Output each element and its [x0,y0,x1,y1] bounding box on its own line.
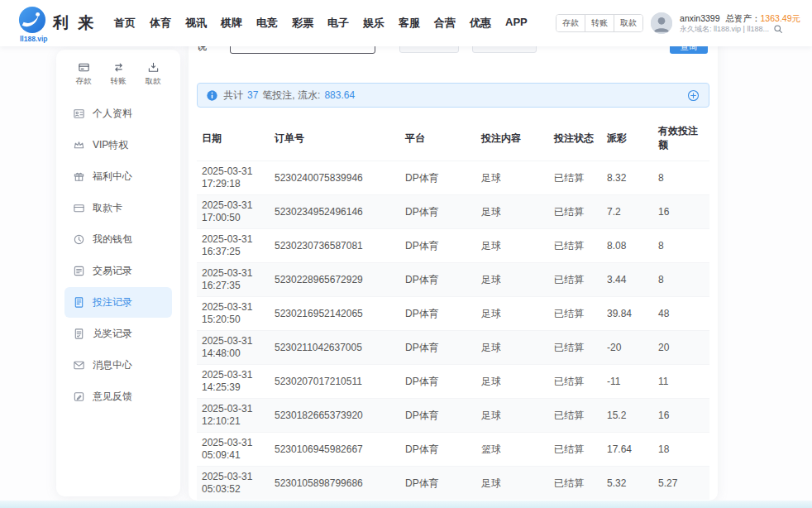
transactions-icon [73,265,85,277]
table-row: 2025-03-3115:20:505230216952142065DP体育足球… [197,297,709,331]
row-time: 05:09:41 [202,449,265,462]
nav-item-9[interactable]: 客服 [399,16,420,31]
table-row: 2025-03-3116:37:255230230736587081DP体育足球… [197,229,709,263]
shortcut-transfer[interactable]: 转账 [111,61,127,87]
sidebar-item-10[interactable]: 意见反馈 [64,381,172,412]
cell-status: 已结算 [549,263,602,297]
cell-order: 5230105898799686 [270,467,400,501]
cell-content: 足球 [476,195,549,229]
sidebar-item-label: 意见反馈 [93,390,132,404]
assets-label: 总资产： [726,13,761,23]
logo[interactable]: 利 来 ll188.vip [18,3,103,43]
cell-date: 2025-03-3117:29:18 [197,161,270,195]
message-icon [73,359,85,371]
quick-action-3[interactable]: 取款 [614,15,642,31]
nav-item-4[interactable]: 棋牌 [221,16,242,31]
quick-action-2[interactable]: 转账 [585,15,614,31]
nav-item-7[interactable]: 电子 [327,16,349,31]
cell-status: 已结算 [549,195,602,229]
sidebar-item-label: 兑奖记录 [93,327,132,341]
summary-middle: 笔投注, 流水: [262,89,320,103]
nav-item-5[interactable]: 电竞 [256,16,278,31]
table-row: 2025-03-3105:03:525230105898799686DP体育足球… [197,467,709,501]
sidebar-item-label: 福利中心 [93,170,132,184]
header-right: 存款转账取款 anxin3399 总资产：1363.49元 永久域名: ll18… [556,12,800,34]
cell-valid-bet: 18 [653,433,709,467]
row-date: 2025-03-31 [202,301,265,314]
row-date: 2025-03-31 [202,403,265,415]
circle-plus-icon[interactable] [687,89,700,102]
cell-content: 篮球 [476,433,549,467]
user-line-2: 永久域名: ll188.vip | ll188... [680,24,800,34]
sidebar-item-9[interactable]: 消息中心 [64,350,172,381]
row-date: 2025-03-31 [202,471,265,483]
assets: 总资产：1363.49元 [726,12,800,24]
cell-valid-bet: 8 [653,263,709,297]
search-icon[interactable] [773,24,783,34]
cell-date: 2025-03-3114:25:39 [197,365,270,399]
sidebar-item-label: VIP特权 [93,138,128,152]
cell-date: 2025-03-3117:00:50 [197,195,270,229]
assets-value: 1363.49元 [761,13,800,23]
profile-icon [73,108,85,120]
sidebar-item-7[interactable]: 投注记录 [64,287,172,318]
row-time: 14:48:00 [202,347,265,360]
column-header-3: 平台 [400,116,476,161]
cell-content: 足球 [476,161,549,195]
cell-valid-bet: 16 [653,195,709,229]
deposit-icon [78,61,90,74]
cell-platform: DP体育 [400,365,476,399]
nav-item-2[interactable]: 体育 [150,16,171,31]
cell-platform: DP体育 [400,331,476,365]
cell-valid-bet: 11 [653,365,709,399]
avatar[interactable] [651,12,672,34]
nav-item-6[interactable]: 彩票 [292,16,313,31]
sidebar-item-8[interactable]: 兑奖记录 [64,319,172,349]
sidebar-item-5[interactable]: 我的钱包 [64,224,172,255]
permanent-domain: 永久域名: ll188.vip | ll188... [680,24,769,34]
cell-platform: DP体育 [400,297,476,331]
row-time: 15:20:50 [202,314,265,326]
logo-title: 利 来 [53,12,96,34]
main-nav: 首页体育视讯棋牌电竞彩票电子娱乐客服合营优惠APP [114,16,528,31]
cell-date: 2025-03-3105:09:41 [197,433,270,467]
top-header: 利 来 ll188.vip 首页体育视讯棋牌电竞彩票电子娱乐客服合营优惠APP … [0,0,812,46]
row-date: 2025-03-31 [202,369,265,381]
row-date: 2025-03-31 [202,267,265,280]
cell-status: 已结算 [549,467,602,501]
nav-item-11[interactable]: 优惠 [470,16,491,31]
cell-content: 足球 [476,331,549,365]
table-row: 2025-03-3114:25:395230207017210511DP体育足球… [197,365,709,399]
cell-order: 5230216952142065 [270,297,400,331]
nav-item-12[interactable]: APP [505,16,528,31]
sidebar-item-4[interactable]: 取款卡 [64,193,172,223]
sidebar-item-6[interactable]: 交易记录 [64,256,172,286]
cell-valid-bet: 8 [653,161,709,195]
cell-valid-bet: 48 [653,297,709,331]
cell-valid-bet: 20 [653,331,709,365]
user-line-1: anxin3399 总资产：1363.49元 [680,12,800,24]
nav-item-10[interactable]: 合营 [434,16,456,31]
shortcut-label: 转账 [111,76,127,87]
cell-status: 已结算 [549,229,602,263]
nav-item-3[interactable]: 视讯 [185,16,207,31]
cell-platform: DP体育 [400,195,476,229]
cell-date: 2025-03-3105:03:52 [197,467,270,501]
sidebar-item-1[interactable]: 个人资料 [64,98,172,129]
footer-band [0,501,812,508]
user-info: anxin3399 总资产：1363.49元 永久域名: ll188.vip |… [680,12,800,34]
quick-action-1[interactable]: 存款 [556,15,585,31]
cell-payout: 3.44 [602,263,653,297]
cell-content: 足球 [476,263,549,297]
nav-item-1[interactable]: 首页 [114,16,136,31]
cell-status: 已结算 [549,365,602,399]
shortcut-withdraw[interactable]: 取款 [146,61,161,87]
sidebar-menu: 个人资料VIP特权福利中心取款卡我的钱包交易记录投注记录兑奖记录消息中心意见反馈 [64,98,172,412]
shortcut-deposit[interactable]: 存款 [76,61,92,87]
column-header-6: 派彩 [602,116,653,161]
sidebar-item-2[interactable]: VIP特权 [64,130,172,161]
cell-platform: DP体育 [400,263,476,297]
nav-item-8[interactable]: 娱乐 [363,16,385,31]
sidebar-item-3[interactable]: 福利中心 [64,161,172,192]
column-header-5: 投注状态 [549,116,602,161]
